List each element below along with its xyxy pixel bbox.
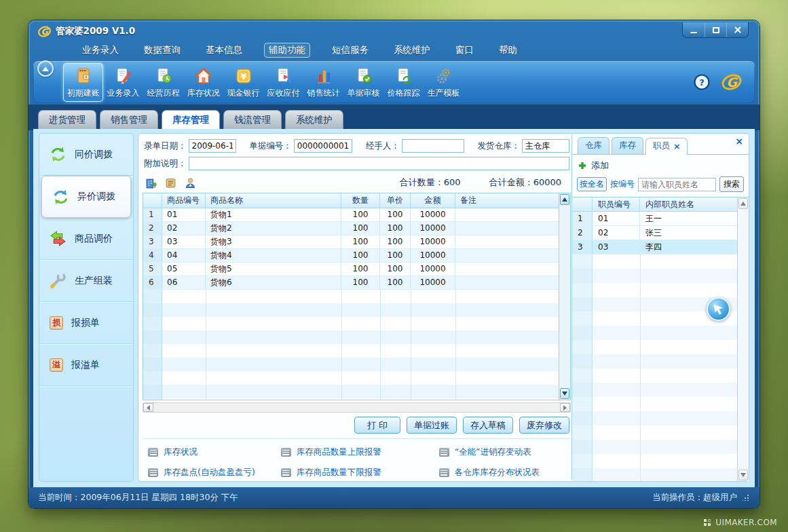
staff-row-selected[interactable]: 303李四: [572, 240, 737, 254]
handler-input[interactable]: [402, 139, 464, 153]
scroll-down-button[interactable]: [738, 470, 748, 480]
staff-row[interactable]: 202张三: [572, 226, 737, 240]
tab-purchase-management[interactable]: 进货管理: [38, 110, 96, 130]
table-row[interactable]: 101货物110010010000: [143, 208, 559, 222]
plus-icon: [578, 162, 586, 170]
rp-tab-inventory[interactable]: 库存: [612, 137, 643, 154]
warehouse-input[interactable]: [522, 139, 569, 153]
staff-row[interactable]: 101王一: [572, 212, 737, 226]
tab-system-maintenance[interactable]: 系统维护: [285, 110, 343, 130]
table-row[interactable]: 202货物210010010000: [143, 222, 559, 235]
maximize-button[interactable]: [705, 22, 726, 37]
tab-cashflow-management[interactable]: 钱流管理: [223, 110, 282, 130]
menu-item-help[interactable]: 帮助: [495, 43, 521, 58]
help-icon[interactable]: ?: [694, 74, 710, 90]
svg-text:G: G: [726, 75, 738, 90]
filter-by-name-toggle[interactable]: 按全名: [577, 177, 607, 191]
add-row[interactable]: 添加: [572, 155, 749, 175]
brand-logo-icon[interactable]: G: [721, 72, 743, 92]
post-document-button[interactable]: 单据过账: [407, 417, 457, 434]
link-lower-limit-alert[interactable]: 库存商品数量下限报警: [281, 467, 439, 478]
resize-grip[interactable]: [743, 495, 749, 501]
horizontal-scrollbar[interactable]: [143, 402, 571, 413]
toolbar-button-business-history[interactable]: 经营历程: [143, 63, 183, 102]
scroll-left-button[interactable]: [143, 403, 153, 412]
sidebar-item-production-assembly[interactable]: 生产组装: [39, 260, 133, 302]
col-unit-price[interactable]: 单价: [380, 193, 411, 208]
menu-item-auxiliary-functions[interactable]: 辅助功能: [264, 43, 310, 58]
table-row[interactable]: 505货物510010010000: [143, 263, 559, 276]
desktop: { "window": { "title": "管家婆2009 V1.0" },…: [0, 0, 788, 532]
watermark: UIMAKER.COM: [704, 518, 777, 527]
vertical-scrollbar[interactable]: [559, 193, 570, 400]
note-input[interactable]: [189, 157, 570, 170]
link-almighty-flow-report[interactable]: “全能”进销存变动表: [439, 446, 565, 458]
scroll-up-button[interactable]: [738, 198, 748, 209]
sidebar-item-same-price-transfer[interactable]: 同价调拨: [39, 134, 133, 176]
minimize-button[interactable]: [683, 22, 705, 37]
rp-tab-staff[interactable]: 职员 ×: [645, 138, 688, 155]
sidebar-item-diff-price-transfer[interactable]: 异价调拨: [41, 176, 131, 218]
toolbar-button-cash-bank[interactable]: ¥ 现金银行: [223, 63, 263, 102]
discard-changes-button[interactable]: 废弃修改: [519, 417, 569, 434]
warehouse-building-icon[interactable]: [145, 177, 157, 189]
link-inventory-status[interactable]: 库存状况: [148, 446, 281, 458]
stock-box-icon[interactable]: [165, 177, 176, 189]
scroll-down-button[interactable]: [560, 388, 569, 399]
staff-search-input[interactable]: [638, 178, 716, 191]
toolbar-button-inventory-status[interactable]: 库存状况: [183, 63, 223, 102]
link-warehouse-distribution[interactable]: 各仓库库存分布状况表: [439, 467, 565, 478]
document-check-icon: [354, 66, 373, 86]
toolbar-button-sales-statistics[interactable]: 销售统计: [303, 63, 343, 102]
toolbar-button-document-audit[interactable]: 单据审核: [343, 63, 383, 102]
sidebar-item-loss-report[interactable]: 损 报损单: [39, 302, 133, 344]
col-amount[interactable]: 金额: [411, 193, 455, 208]
col-product-name[interactable]: 商品名称: [206, 193, 341, 208]
save-draft-button[interactable]: 存入草稿: [463, 417, 513, 434]
col-remark[interactable]: 备注: [455, 193, 559, 208]
menu-item-system-maintenance[interactable]: 系统维护: [390, 43, 434, 58]
rp-tab-warehouse[interactable]: 仓库: [578, 137, 609, 154]
col-staff-name[interactable]: 内部职员姓名: [640, 197, 737, 211]
staff-vertical-scrollbar[interactable]: [737, 197, 749, 481]
col-staff-code[interactable]: 职员编号: [593, 197, 640, 211]
menu-item-window[interactable]: 窗口: [452, 43, 477, 58]
toolbar-collapse-button[interactable]: [37, 60, 54, 77]
table-row[interactable]: 404货物410010010000: [143, 249, 559, 263]
toolbar-button-business-entry[interactable]: 业务录入: [103, 63, 143, 102]
scroll-right-button[interactable]: [560, 403, 570, 412]
triangle-up-icon: [740, 202, 746, 206]
toolbar-button-initial-setup[interactable]: 初期建账: [63, 63, 103, 102]
tab-inventory-management[interactable]: 库存管理: [162, 110, 220, 130]
link-upper-limit-alert[interactable]: 库存商品数量上限报警: [281, 446, 439, 458]
report-icon: [281, 468, 291, 477]
link-stocktaking[interactable]: 库存盘点(自动盘盈盘亏): [148, 467, 281, 478]
menu-item-basic-info[interactable]: 基本信息: [202, 43, 246, 58]
print-button[interactable]: 打 印: [354, 417, 400, 434]
staff-person-icon[interactable]: [185, 177, 196, 189]
loss-stamp-icon: 损: [50, 316, 63, 330]
filter-by-code-toggle[interactable]: 按编号: [610, 178, 635, 190]
close-button[interactable]: [726, 22, 748, 37]
toolbar-button-receivables-payables[interactable]: 应收应付: [263, 63, 303, 102]
tab-close-icon[interactable]: ×: [673, 141, 680, 151]
table-row[interactable]: 303货物310010010000: [143, 235, 559, 249]
col-quantity[interactable]: 数量: [341, 193, 380, 208]
sidebar-item-price-adjust[interactable]: 商品调价: [39, 218, 133, 260]
panel-close-icon[interactable]: ×: [735, 136, 743, 146]
scroll-up-button[interactable]: [560, 194, 569, 205]
date-input[interactable]: [189, 139, 236, 153]
tab-sales-management[interactable]: 销售管理: [100, 110, 158, 130]
col-product-code[interactable]: 商品编号: [162, 193, 206, 208]
menu-item-sms-service[interactable]: 短信服务: [329, 43, 372, 58]
triangle-down-icon: [740, 473, 746, 477]
table-row[interactable]: 606货物610010010000: [143, 276, 559, 290]
sidebar-item-overflow-report[interactable]: 溢 报溢单: [39, 344, 133, 386]
search-button[interactable]: 搜索: [719, 176, 744, 192]
menu-item-business-entry[interactable]: 业务录入: [79, 43, 122, 58]
menu-item-data-query[interactable]: 数据查询: [140, 43, 184, 58]
toolbar-button-price-tracking[interactable]: 价格跟踪: [383, 63, 424, 102]
toolbar-button-production-template[interactable]: 生产模板: [424, 63, 464, 102]
title-bar[interactable]: G 管家婆2009 V1.0: [29, 20, 759, 41]
doc-number-input[interactable]: [294, 139, 352, 153]
